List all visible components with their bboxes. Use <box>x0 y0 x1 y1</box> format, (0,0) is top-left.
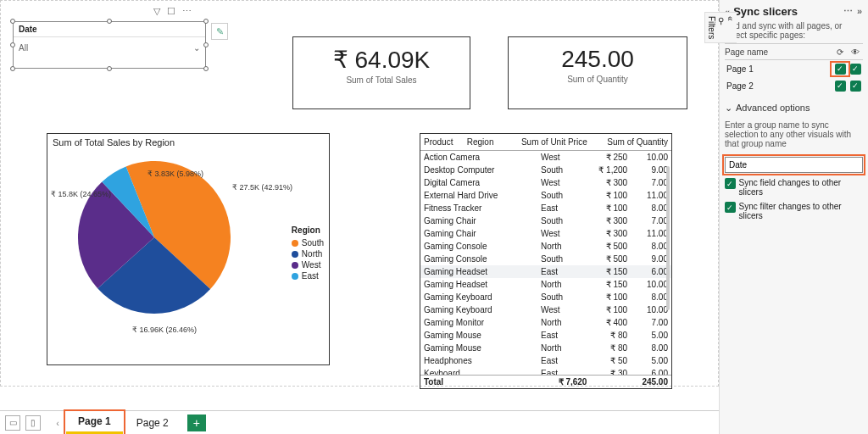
sync-icon: ⟳ <box>832 47 848 57</box>
slicer-format-icon[interactable]: ✎ <box>211 23 228 40</box>
mobile-layout-icon[interactable]: ▯ <box>25 415 41 431</box>
sync-page-name: Page 2 <box>726 81 832 91</box>
focus-icon[interactable]: ☐ <box>167 6 175 17</box>
visual-header-icons: ▽ ☐ ⋯ <box>153 6 192 17</box>
card-total-sales[interactable]: ₹ 64.09K Sum of Total Sales <box>292 36 470 109</box>
pie-legend: Region SouthNorthWestEast <box>292 225 324 282</box>
filters-pane-tab[interactable]: « ⚲ Filters <box>704 12 737 43</box>
page-tab-2[interactable]: Page 2 <box>125 412 181 434</box>
filters-icon: ⚲ <box>716 16 726 36</box>
report-canvas[interactable]: ▽ ☐ ⋯ Date All ⌄ ✎ ₹ 64.09K Sum of Total… <box>0 0 719 387</box>
sync-filter-checkbox[interactable]: ✓ <box>725 202 736 213</box>
table-scrollbar[interactable] <box>666 166 670 310</box>
more-icon[interactable]: ⋯ <box>182 6 192 17</box>
more-options-icon[interactable]: ⋯ <box>843 6 854 16</box>
visible-icon: 👁 <box>848 47 863 57</box>
table-visual[interactable]: ProductRegionSum of Unit PriceSum of Qua… <box>420 133 672 389</box>
group-name-input[interactable] <box>725 157 863 173</box>
advanced-options-toggle[interactable]: ⌄Advanced options <box>725 103 863 114</box>
slicer-dropdown[interactable]: All ⌄ <box>14 36 205 59</box>
pie-chart <box>78 161 231 314</box>
chevron-down-icon: ⌄ <box>193 39 200 58</box>
card-quantity[interactable]: 245.00 Sum of Quantity <box>508 36 687 109</box>
sync-checkbox[interactable]: ✓ <box>835 81 846 92</box>
expand-right-icon[interactable]: » <box>857 6 863 16</box>
sync-field-checkbox[interactable]: ✓ <box>725 178 736 189</box>
sync-checkbox[interactable]: ✓ <box>835 64 846 75</box>
sync-slicers-pane: « ⚲ Filters «Sync slicers ⋯ » Add and sy… <box>719 0 868 434</box>
sync-page-name: Page 1 <box>726 64 832 74</box>
add-page-button[interactable]: + <box>187 415 206 431</box>
filter-icon[interactable]: ▽ <box>153 6 160 17</box>
desktop-layout-icon[interactable]: ▭ <box>5 415 20 431</box>
pie-chart-visual[interactable]: Sum of Total Sales by Region ₹ 27.5K (42… <box>47 133 330 365</box>
visible-checkbox[interactable]: ✓ <box>850 81 861 92</box>
slicer-title: Date <box>14 22 205 36</box>
visible-checkbox[interactable]: ✓ <box>850 64 861 75</box>
page-navigation-bar: ▭ ▯ ‹ Page 1 Page 2 + <box>0 410 719 434</box>
prev-page-button[interactable]: ‹ <box>51 418 64 428</box>
collapse-icon: « <box>726 16 735 36</box>
date-slicer[interactable]: Date All ⌄ <box>13 21 206 69</box>
page-tab-1[interactable]: Page 1 <box>66 412 123 434</box>
